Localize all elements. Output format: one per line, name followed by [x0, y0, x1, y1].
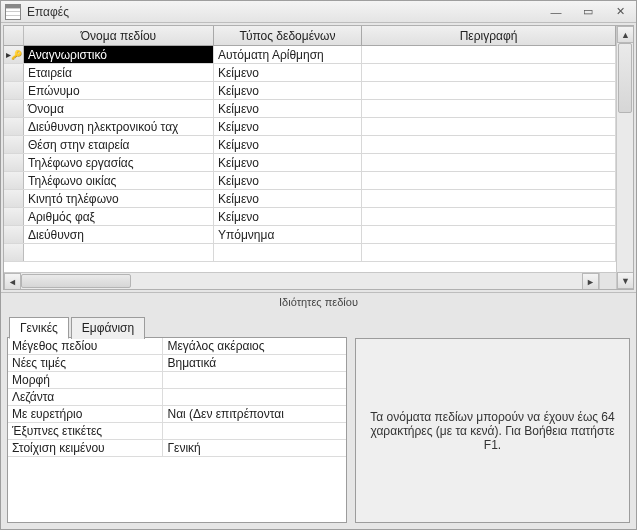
property-value[interactable]: Ναι (Δεν επιτρέπονται: [163, 406, 346, 422]
table-row[interactable]: Τηλέφωνο εργασίαςΚείμενο: [4, 154, 616, 172]
cell-field-name[interactable]: Κινητό τηλέφωνο: [24, 190, 214, 207]
cell-field-name[interactable]: Διεύθυνση ηλεκτρονικού ταχ: [24, 118, 214, 135]
cell-description[interactable]: [362, 226, 616, 243]
cell-field-name[interactable]: [24, 244, 214, 261]
property-row[interactable]: Έξυπνες ετικέτες: [8, 423, 346, 440]
table-row[interactable]: ΌνομαΚείμενο: [4, 100, 616, 118]
cell-field-name[interactable]: Τηλέφωνο οικίας: [24, 172, 214, 189]
cell-description[interactable]: [362, 46, 616, 63]
table-row[interactable]: Τηλέφωνο οικίαςΚείμενο: [4, 172, 616, 190]
cell-data-type[interactable]: Υπόμνημα: [214, 226, 362, 243]
cell-field-name[interactable]: Θέση στην εταιρεία: [24, 136, 214, 153]
vertical-scrollbar[interactable]: ▲ ▼: [616, 26, 633, 289]
row-selector-header[interactable]: [4, 26, 24, 45]
row-selector[interactable]: [4, 208, 24, 225]
cell-description[interactable]: [362, 118, 616, 135]
row-selector[interactable]: [4, 136, 24, 153]
close-button[interactable]: ✕: [608, 4, 632, 20]
property-row[interactable]: Μορφή: [8, 372, 346, 389]
property-row[interactable]: Μέγεθος πεδίουΜεγάλος ακέραιος: [8, 338, 346, 355]
cell-description[interactable]: [362, 100, 616, 117]
field-grid[interactable]: Όνομα πεδίου Τύπος δεδομένων Περιγραφή 🔑…: [4, 26, 616, 289]
minimize-button[interactable]: —: [544, 4, 568, 20]
tab-general[interactable]: Γενικές: [9, 317, 69, 339]
cell-description[interactable]: [362, 244, 616, 261]
cell-data-type[interactable]: Κείμενο: [214, 118, 362, 135]
table-row[interactable]: ΔιεύθυνσηΥπόμνημα: [4, 226, 616, 244]
row-selector[interactable]: [4, 64, 24, 81]
titlebar: Επαφές — ▭ ✕: [1, 1, 636, 23]
row-selector[interactable]: [4, 100, 24, 117]
cell-field-name[interactable]: Όνομα: [24, 100, 214, 117]
properties-grid[interactable]: Μέγεθος πεδίουΜεγάλος ακέραιοςΝέες τιμές…: [7, 337, 347, 523]
cell-description[interactable]: [362, 172, 616, 189]
cell-description[interactable]: [362, 82, 616, 99]
table-row[interactable]: Κινητό τηλέφωνοΚείμενο: [4, 190, 616, 208]
hint-panel: Τα ονόματα πεδίων μπορούν να έχουν έως 6…: [355, 338, 630, 523]
property-label: Μέγεθος πεδίου: [8, 338, 163, 354]
cell-data-type[interactable]: Κείμενο: [214, 100, 362, 117]
cell-data-type[interactable]: Κείμενο: [214, 190, 362, 207]
row-selector[interactable]: [4, 244, 24, 261]
horizontal-scrollbar[interactable]: ◄ ►: [4, 272, 616, 289]
table-row[interactable]: Θέση στην εταιρείαΚείμενο: [4, 136, 616, 154]
property-value[interactable]: Γενική: [163, 440, 346, 456]
col-header-field-name[interactable]: Όνομα πεδίου: [24, 26, 214, 45]
cell-data-type[interactable]: Κείμενο: [214, 64, 362, 81]
cell-data-type[interactable]: Κείμενο: [214, 172, 362, 189]
table-row[interactable]: ΕταιρείαΚείμενο: [4, 64, 616, 82]
cell-data-type[interactable]: Κείμενο: [214, 208, 362, 225]
cell-field-name[interactable]: Τηλέφωνο εργασίας: [24, 154, 214, 171]
scroll-up-button[interactable]: ▲: [617, 26, 634, 43]
row-selector[interactable]: [4, 172, 24, 189]
vscroll-thumb[interactable]: [618, 43, 632, 113]
cell-description[interactable]: [362, 154, 616, 171]
row-selector[interactable]: [4, 190, 24, 207]
cell-field-name[interactable]: Αριθμός φαξ: [24, 208, 214, 225]
cell-description[interactable]: [362, 64, 616, 81]
property-row[interactable]: Με ευρετήριοΝαι (Δεν επιτρέπονται: [8, 406, 346, 423]
property-row[interactable]: Λεζάντα: [8, 389, 346, 406]
property-row[interactable]: Στοίχιση κειμένουΓενική: [8, 440, 346, 457]
property-value[interactable]: Βηματικά: [163, 355, 346, 371]
property-value[interactable]: [163, 372, 346, 388]
cell-data-type[interactable]: Κείμενο: [214, 136, 362, 153]
row-selector[interactable]: 🔑: [4, 46, 24, 63]
cell-data-type[interactable]: [214, 244, 362, 261]
table-icon: [5, 4, 21, 20]
window-title: Επαφές: [27, 5, 69, 19]
property-row[interactable]: Νέες τιμέςΒηματικά: [8, 355, 346, 372]
scroll-right-button[interactable]: ►: [582, 273, 599, 289]
cell-data-type[interactable]: Κείμενο: [214, 154, 362, 171]
scroll-left-button[interactable]: ◄: [4, 273, 21, 289]
property-value[interactable]: [163, 423, 346, 439]
col-header-description[interactable]: Περιγραφή: [362, 26, 616, 45]
cell-field-name[interactable]: Αναγνωριστικό: [24, 46, 214, 63]
table-design-window: Επαφές — ▭ ✕ Όνομα πεδίου Τύπος δεδομένω…: [0, 0, 637, 530]
row-selector[interactable]: [4, 154, 24, 171]
cell-description[interactable]: [362, 136, 616, 153]
row-selector[interactable]: [4, 226, 24, 243]
row-selector[interactable]: [4, 118, 24, 135]
row-selector[interactable]: [4, 82, 24, 99]
cell-data-type[interactable]: Αυτόματη Αρίθμηση: [214, 46, 362, 63]
maximize-button[interactable]: ▭: [576, 4, 600, 20]
table-row[interactable]: Διεύθυνση ηλεκτρονικού ταχΚείμενο: [4, 118, 616, 136]
table-row[interactable]: ΕπώνυμοΚείμενο: [4, 82, 616, 100]
table-row-empty[interactable]: [4, 244, 616, 262]
property-value[interactable]: Μεγάλος ακέραιος: [163, 338, 346, 354]
table-row[interactable]: 🔑ΑναγνωριστικόΑυτόματη Αρίθμηση: [4, 46, 616, 64]
table-row[interactable]: Αριθμός φαξΚείμενο: [4, 208, 616, 226]
col-header-data-type[interactable]: Τύπος δεδομένων: [214, 26, 362, 45]
field-properties-area: Γενικές Εμφάνιση Μέγεθος πεδίουΜεγάλος α…: [1, 310, 636, 529]
cell-description[interactable]: [362, 190, 616, 207]
scroll-down-button[interactable]: ▼: [617, 272, 634, 289]
cell-field-name[interactable]: Εταιρεία: [24, 64, 214, 81]
tab-display[interactable]: Εμφάνιση: [71, 317, 145, 339]
hscroll-thumb[interactable]: [21, 274, 131, 288]
property-value[interactable]: [163, 389, 346, 405]
cell-field-name[interactable]: Επώνυμο: [24, 82, 214, 99]
cell-description[interactable]: [362, 208, 616, 225]
cell-data-type[interactable]: Κείμενο: [214, 82, 362, 99]
cell-field-name[interactable]: Διεύθυνση: [24, 226, 214, 243]
